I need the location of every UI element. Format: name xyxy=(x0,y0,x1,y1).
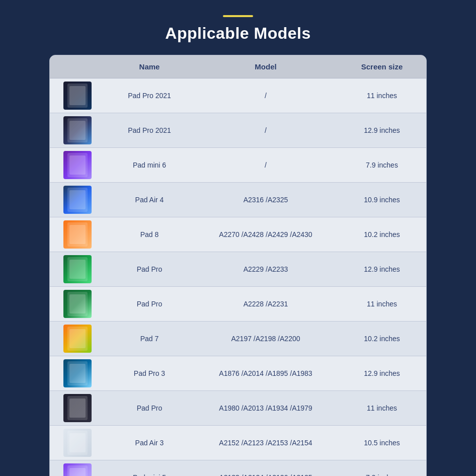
device-screen-size: 7.9 inches xyxy=(338,460,426,477)
device-image-cell xyxy=(50,148,105,183)
models-table: Name Model Screen size Pad Pro 2021/11 i… xyxy=(50,55,426,476)
device-icon xyxy=(63,325,92,353)
device-name: Pad Air 4 xyxy=(105,183,194,217)
device-name: Pad mini 6 xyxy=(105,148,194,183)
table-row: Pad mini 6/7.9 inches xyxy=(50,148,426,183)
title-section: Applicable Models xyxy=(10,15,466,43)
device-model: A1876 /A2014 /A1895 /A1983 xyxy=(194,356,338,391)
table-row: Pad Pro 3A1876 /A2014 /A1895 /A198312.9 … xyxy=(50,356,426,391)
table-row: Pad Air 3A2152 /A2123 /A2153 /A215410.5 … xyxy=(50,426,426,460)
device-image-cell xyxy=(50,426,105,460)
device-screen-size: 7.9 inches xyxy=(338,148,426,183)
device-image-cell xyxy=(50,356,105,391)
device-model: A1980 /A2013 /A1934 /A1979 xyxy=(194,391,338,426)
table-header-row: Name Model Screen size xyxy=(50,55,426,78)
device-icon xyxy=(63,186,92,214)
device-image-cell xyxy=(50,287,105,322)
device-screen-size: 10.9 inches xyxy=(338,183,426,217)
device-screen-size: 10.5 inches xyxy=(338,426,426,460)
device-model: / xyxy=(194,113,338,148)
device-model: / xyxy=(194,78,338,113)
device-image-cell xyxy=(50,252,105,287)
device-model: A2270 /A2428 /A2429 /A2430 xyxy=(194,217,338,252)
device-icon xyxy=(63,255,92,283)
device-name: Pad mini 5 xyxy=(105,460,194,477)
table-row: Pad ProA2229 /A223312.9 inches xyxy=(50,252,426,287)
device-image-cell xyxy=(50,217,105,252)
device-screen-size: 11 inches xyxy=(338,391,426,426)
device-model: / xyxy=(194,148,338,183)
device-icon xyxy=(63,394,92,422)
device-image-cell xyxy=(50,460,105,477)
device-name: Pad Pro xyxy=(105,287,194,322)
device-icon xyxy=(63,429,92,457)
device-name: Pad 7 xyxy=(105,322,194,356)
col-image xyxy=(50,55,105,78)
device-screen-size: 10.2 inches xyxy=(338,217,426,252)
device-name: Pad Pro 2021 xyxy=(105,78,194,113)
table-row: Pad Air 4A2316 /A232510.9 inches xyxy=(50,183,426,217)
title-accent-bar xyxy=(223,15,253,17)
device-screen-size: 12.9 inches xyxy=(338,113,426,148)
device-name: Pad Pro 2021 xyxy=(105,113,194,148)
device-image-cell xyxy=(50,322,105,356)
device-image-cell xyxy=(50,78,105,113)
table-row: Pad mini 5A2133 /A2124 /A2126 /A21257.9 … xyxy=(50,460,426,477)
device-icon xyxy=(63,116,92,144)
device-icon xyxy=(63,463,92,476)
col-screen: Screen size xyxy=(338,55,426,78)
device-name: Pad Pro xyxy=(105,252,194,287)
device-model: A2316 /A2325 xyxy=(194,183,338,217)
table-row: Pad ProA1980 /A2013 /A1934 /A197911 inch… xyxy=(50,391,426,426)
device-icon xyxy=(63,359,92,387)
table-row: Pad Pro 2021/12.9 inches xyxy=(50,113,426,148)
device-screen-size: 10.2 inches xyxy=(338,322,426,356)
device-model: A2133 /A2124 /A2126 /A2125 xyxy=(194,460,338,477)
device-name: Pad Pro 3 xyxy=(105,356,194,391)
col-name: Name xyxy=(105,55,194,78)
device-screen-size: 11 inches xyxy=(338,78,426,113)
table-row: Pad 8A2270 /A2428 /A2429 /A243010.2 inch… xyxy=(50,217,426,252)
device-image-cell xyxy=(50,391,105,426)
device-icon xyxy=(63,82,92,110)
device-name: Pad Air 3 xyxy=(105,426,194,460)
device-icon xyxy=(63,151,92,179)
device-icon xyxy=(63,220,92,249)
col-model: Model xyxy=(194,55,338,78)
table-row: Pad 7A2197 /A2198 /A220010.2 inches xyxy=(50,322,426,356)
device-screen-size: 11 inches xyxy=(338,287,426,322)
device-screen-size: 12.9 inches xyxy=(338,356,426,391)
device-model: A2229 /A2233 xyxy=(194,252,338,287)
table-row: Pad ProA2228 /A223111 inches xyxy=(50,287,426,322)
device-name: Pad Pro xyxy=(105,391,194,426)
device-model: A2228 /A2231 xyxy=(194,287,338,322)
page-title: Applicable Models xyxy=(10,24,466,43)
device-name: Pad 8 xyxy=(105,217,194,252)
device-icon xyxy=(63,290,92,318)
device-image-cell xyxy=(50,113,105,148)
device-model: A2197 /A2198 /A2200 xyxy=(194,322,338,356)
device-screen-size: 12.9 inches xyxy=(338,252,426,287)
models-table-container: Name Model Screen size Pad Pro 2021/11 i… xyxy=(49,55,427,476)
table-row: Pad Pro 2021/11 inches xyxy=(50,78,426,113)
device-image-cell xyxy=(50,183,105,217)
device-model: A2152 /A2123 /A2153 /A2154 xyxy=(194,426,338,460)
